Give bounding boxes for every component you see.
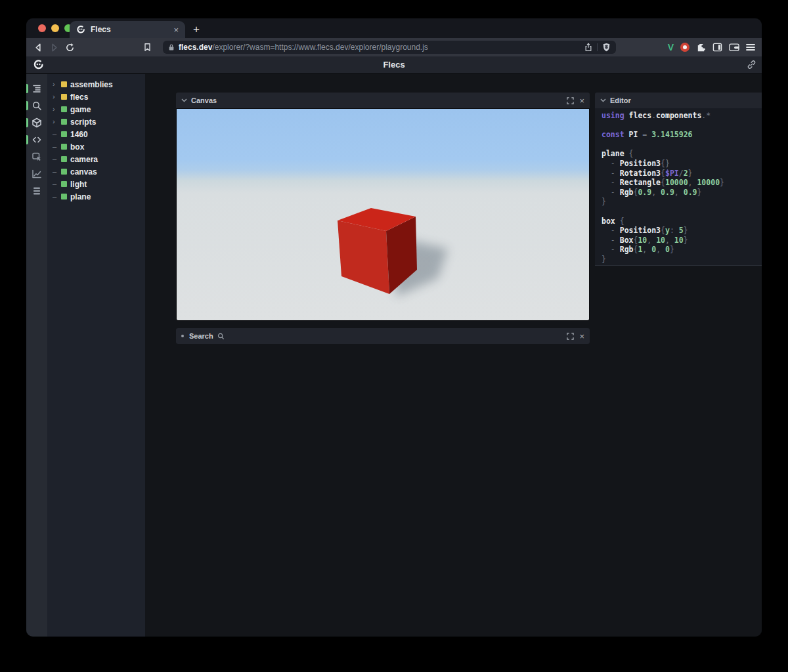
entity-color-square [61, 131, 67, 137]
3d-viewport[interactable] [176, 108, 590, 321]
leaf-dash-icon: – [53, 153, 60, 165]
leaf-dash-icon: – [53, 178, 60, 190]
tab-close-icon[interactable]: × [173, 25, 179, 35]
tree-item-label: scripts [70, 117, 96, 127]
active-indicator [26, 118, 28, 127]
tree-item-assemblies[interactable]: ›assemblies [47, 78, 145, 91]
search-panel-header[interactable]: Search × [176, 328, 590, 344]
entity-color-square [61, 169, 67, 175]
tree-item-game[interactable]: ›game [47, 103, 145, 116]
page-title: Flecs [26, 56, 762, 74]
code-line [602, 140, 762, 150]
reload-icon[interactable] [62, 39, 77, 55]
sidebar-icon-search[interactable] [26, 97, 47, 114]
leaf-dash-icon: – [53, 190, 60, 203]
close-window-button[interactable] [38, 24, 46, 32]
leaf-dash-icon: – [53, 128, 60, 140]
tree-item-box[interactable]: –box [47, 140, 145, 153]
close-icon[interactable]: × [579, 96, 584, 105]
tree-item-canvas[interactable]: –canvas [47, 165, 145, 178]
tree-item-1460[interactable]: –1460 [47, 128, 145, 140]
bookmark-icon[interactable] [139, 39, 155, 55]
sidebar-icon-inspector[interactable] [26, 148, 47, 165]
sidebar-icon-tree[interactable] [26, 80, 47, 97]
tree-item-camera[interactable]: –camera [47, 153, 145, 165]
sidebar-icon-queries[interactable] [26, 182, 47, 200]
entity-color-square [61, 81, 67, 87]
code-line: plane { [602, 149, 762, 159]
sidebar-icon-stats[interactable] [26, 165, 47, 182]
fullscreen-icon[interactable] [567, 97, 574, 104]
chevron-down-icon[interactable] [181, 98, 187, 102]
tree-item-scripts[interactable]: ›scripts [47, 116, 145, 128]
desktop: Flecs × + flecs.dev/explor [0, 0, 788, 672]
canvas-panel-header: Canvas × [176, 93, 590, 108]
expand-arrow-icon[interactable]: › [53, 103, 60, 116]
active-indicator [26, 135, 28, 144]
tab-title: Flecs [91, 25, 168, 34]
back-icon[interactable] [30, 39, 46, 55]
main-content: Canvas × Se [145, 74, 762, 637]
adblock-extension-icon[interactable] [680, 43, 690, 52]
tree-item-label: camera [70, 155, 98, 164]
left-icon-strip [26, 74, 47, 637]
code-line [602, 207, 762, 217]
leaf-dash-icon: – [53, 140, 60, 153]
entity-color-square [61, 119, 67, 125]
tree-item-label: assemblies [70, 80, 113, 89]
url-path: /explorer/?wasm=https://www.flecs.dev/ex… [212, 43, 427, 52]
code-line: using flecs.components.* [602, 111, 762, 121]
browser-toolbar: flecs.dev/explorer/?wasm=https://www.fle… [26, 38, 762, 56]
editor-panel-header: Editor × [595, 93, 762, 108]
fullscreen-icon[interactable] [567, 333, 574, 340]
expand-arrow-icon[interactable]: › [53, 91, 60, 103]
entity-color-square [61, 94, 67, 100]
vue-devtools-icon[interactable]: V [668, 42, 674, 52]
tree-item-plane[interactable]: –plane [47, 190, 145, 203]
share-icon[interactable] [584, 43, 592, 52]
code-line: - Position3{y: 5} [602, 226, 762, 236]
expand-arrow-icon[interactable]: › [53, 116, 60, 128]
tree-item-label: canvas [70, 167, 97, 177]
brave-shield-icon[interactable] [602, 43, 611, 52]
entity-color-square [61, 194, 67, 200]
menu-icon[interactable] [746, 43, 755, 51]
share-link-icon[interactable] [747, 60, 756, 70]
active-indicator [26, 101, 28, 110]
code-editor[interactable]: using flecs.components.* const PI = 3.14… [595, 108, 762, 266]
sidebar-icon-code[interactable] [26, 131, 47, 148]
tree-item-label: plane [70, 192, 91, 201]
entity-color-square [61, 106, 67, 112]
app-header: Flecs [26, 56, 762, 74]
active-indicator [26, 84, 28, 93]
code-line: - Position3{} [602, 159, 762, 169]
extensions-puzzle-icon[interactable] [696, 43, 706, 52]
code-line: - Rectangle{10000, 10000} [602, 178, 762, 188]
code-line: const PI = 3.1415926 [602, 130, 762, 140]
code-line: } [602, 255, 762, 264]
entity-color-square [61, 156, 67, 162]
collapsed-dot-icon [181, 335, 184, 337]
new-tab-button[interactable]: + [189, 22, 204, 37]
tab-favicon-flecs-icon [76, 25, 85, 34]
tree-item-light[interactable]: –light [47, 178, 145, 190]
browser-window: Flecs × + flecs.dev/explor [26, 18, 762, 637]
close-icon[interactable]: × [579, 332, 584, 341]
url-text: flecs.dev/explorer/?wasm=https://www.fle… [179, 43, 584, 52]
wallet-icon[interactable] [729, 43, 739, 52]
forward-icon[interactable] [46, 39, 62, 55]
sidebar-icon-entities[interactable] [26, 114, 47, 131]
expand-arrow-icon[interactable]: › [53, 78, 60, 91]
search-panel-title: Search [189, 332, 213, 340]
tree-item-label: game [70, 105, 91, 114]
tree-item-flecs[interactable]: ›flecs [47, 91, 145, 103]
sidebar-toggle-icon[interactable] [712, 43, 722, 52]
cube-left-face [338, 220, 389, 294]
address-bar[interactable]: flecs.dev/explorer/?wasm=https://www.fle… [163, 41, 616, 54]
code-line: - Rotation3{$PI/2} [602, 169, 762, 178]
minimize-window-button[interactable] [51, 24, 59, 32]
browser-tab[interactable]: Flecs × [70, 21, 185, 38]
chevron-down-icon[interactable] [600, 98, 606, 102]
code-line: } [602, 197, 762, 207]
tree-item-label: 1460 [70, 130, 88, 139]
